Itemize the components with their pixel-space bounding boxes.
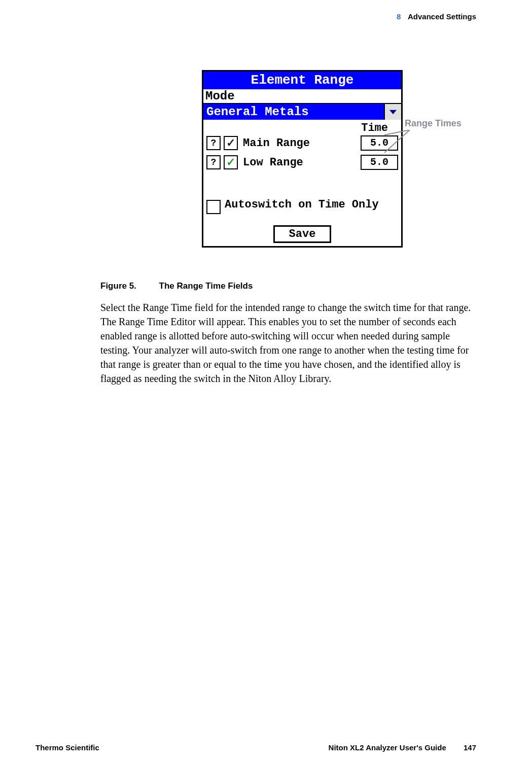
figure-number: Figure 5. xyxy=(100,281,136,291)
mode-dropdown[interactable]: General Metals xyxy=(203,103,401,120)
mode-dropdown-value: General Metals xyxy=(203,104,384,120)
main-range-time-input[interactable]: 5.0 xyxy=(361,135,398,151)
chapter-title: Advanced Settings xyxy=(408,12,476,21)
page-footer: Thermo Scientific Niton XL2 Analyzer Use… xyxy=(36,743,476,752)
low-range-help-button[interactable]: ? xyxy=(206,155,221,169)
low-range-checkbox[interactable]: ✓ xyxy=(224,155,238,169)
checkmark-icon: ✓ xyxy=(226,137,235,149)
footer-left: Thermo Scientific xyxy=(36,743,99,752)
footer-guide-title: Niton XL2 Analyzer User's Guide xyxy=(329,743,446,752)
svg-marker-0 xyxy=(389,110,397,114)
low-range-time-input[interactable]: 5.0 xyxy=(361,155,398,170)
autoswitch-checkbox[interactable] xyxy=(206,200,221,214)
low-range-row: ? ✓ Low Range 5.0 xyxy=(203,154,401,173)
device-screen: Element Range Mode General Metals Time ?… xyxy=(202,70,403,248)
mode-label: Mode xyxy=(203,89,401,103)
page-number: 147 xyxy=(464,743,476,752)
figure-caption: Figure 5. The Range Time Fields xyxy=(100,281,476,291)
chapter-number: 8 xyxy=(397,12,401,21)
checkmark-icon: ✓ xyxy=(226,157,235,168)
dropdown-arrow-icon[interactable] xyxy=(384,104,401,120)
figure-container: Element Range Mode General Metals Time ?… xyxy=(100,70,476,273)
page-header: 8 Advanced Settings xyxy=(397,12,476,21)
low-range-label: Low Range xyxy=(241,156,358,169)
autoswitch-label: Autoswitch on Time Only xyxy=(225,198,379,212)
range-times-callout: Range Times xyxy=(405,118,462,129)
autoswitch-row: Autoswitch on Time Only xyxy=(203,173,401,219)
main-range-checkbox[interactable]: ✓ xyxy=(224,136,238,150)
main-range-help-button[interactable]: ? xyxy=(206,136,221,150)
figure-title: The Range Time Fields xyxy=(159,281,253,291)
time-column-header: Time xyxy=(203,120,401,134)
screen-title: Element Range xyxy=(203,72,401,89)
main-range-label: Main Range xyxy=(241,137,358,150)
save-button[interactable]: Save xyxy=(273,225,332,243)
body-paragraph: Select the Range Time field for the inte… xyxy=(100,300,476,386)
main-range-row: ? ✓ Main Range 5.0 xyxy=(203,134,401,154)
